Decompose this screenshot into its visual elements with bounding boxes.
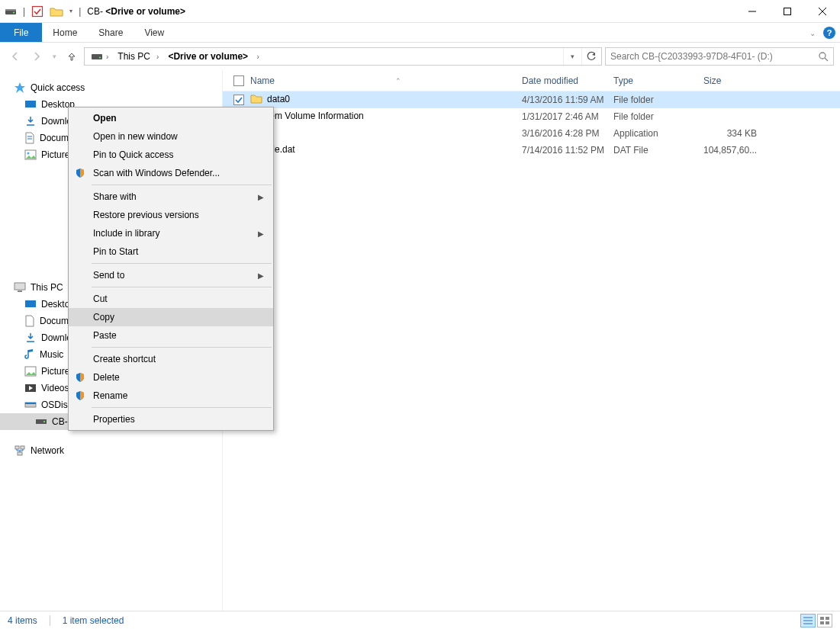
- view-details-button[interactable]: [800, 614, 816, 627]
- tab-home[interactable]: Home: [42, 23, 88, 42]
- file-name: tem Volume Information: [250, 111, 522, 124]
- shield-icon: [73, 372, 87, 383]
- svg-rect-29: [21, 446, 24, 449]
- status-item-count: 4 items: [8, 615, 37, 626]
- file-type: File folder: [613, 95, 703, 105]
- nav-forward-button[interactable]: [27, 47, 46, 66]
- shield-icon: [73, 390, 87, 401]
- qat-separator-2: |: [79, 6, 81, 17]
- column-date[interactable]: Date modified: [522, 70, 613, 91]
- music-icon: [24, 348, 35, 361]
- tab-share[interactable]: Share: [88, 23, 134, 42]
- ctx-copy[interactable]: Copy: [69, 308, 273, 326]
- search-box[interactable]: Search CB-{C2033993-97D8-4F01- (D:): [605, 47, 834, 66]
- ctx-defender[interactable]: Scan with Windows Defender...: [69, 164, 273, 182]
- ctx-paste[interactable]: Paste: [69, 326, 273, 345]
- drive-icon: [35, 417, 47, 426]
- svg-point-10: [819, 53, 826, 59]
- svg-line-11: [825, 58, 828, 61]
- ctx-pin-quick[interactable]: Pin to Quick access: [69, 146, 273, 164]
- ctx-pin-start[interactable]: Pin to Start: [69, 242, 273, 261]
- ctx-cut[interactable]: Cut: [69, 290, 273, 308]
- svg-point-17: [27, 152, 30, 155]
- breadcrumb-drive[interactable]: <Drive or volume> ›: [163, 48, 263, 65]
- nav-quick-access[interactable]: Quick access: [14, 79, 222, 96]
- column-type[interactable]: Type: [613, 70, 703, 91]
- help-icon[interactable]: ?: [823, 27, 835, 39]
- nav-network[interactable]: Network: [14, 442, 222, 459]
- ctx-share-with[interactable]: Share with▶: [69, 188, 273, 206]
- status-bar: 4 items 1 item selected: [0, 611, 840, 629]
- ribbon-tabs: File Home Share View ⌄ ?: [0, 23, 840, 43]
- file-list-pane: Name⌃ Date modified Type Size data04/13/…: [223, 70, 840, 611]
- column-size[interactable]: Size: [703, 70, 764, 91]
- file-name: [250, 127, 522, 141]
- ctx-open-new-window[interactable]: Open in new window: [69, 127, 273, 146]
- file-size: 104,857,60...: [703, 145, 764, 156]
- svg-rect-18: [14, 283, 25, 290]
- desktop-icon: [24, 300, 37, 309]
- minimize-button[interactable]: [735, 0, 770, 23]
- videos-icon: [24, 383, 37, 393]
- svg-rect-12: [25, 101, 36, 108]
- drive-icon: [5, 6, 17, 17]
- svg-rect-30: [18, 452, 22, 455]
- status-divider: [50, 615, 50, 626]
- row-checkbox[interactable]: [233, 95, 244, 105]
- nav-recent-dropdown[interactable]: ▾: [49, 47, 60, 66]
- close-button[interactable]: [805, 0, 840, 23]
- shield-icon: [73, 168, 87, 178]
- file-row[interactable]: tem Volume Information1/31/2017 2:46 AMF…: [223, 108, 840, 125]
- select-all-checkbox[interactable]: [233, 75, 244, 86]
- svg-point-2: [13, 11, 14, 13]
- svg-rect-28: [15, 446, 19, 449]
- drive-icon: [24, 400, 37, 409]
- qat-dropdown-icon[interactable]: ▾: [69, 8, 72, 14]
- ctx-open[interactable]: Open: [69, 109, 273, 127]
- pictures-icon: [24, 366, 37, 377]
- svg-rect-36: [820, 617, 824, 620]
- address-bar[interactable]: › This PC› <Drive or volume> › ▾: [84, 47, 602, 66]
- ctx-create-shortcut[interactable]: Create shortcut: [69, 350, 273, 368]
- file-type: DAT File: [613, 145, 703, 156]
- ctx-delete[interactable]: Delete: [69, 368, 273, 387]
- chevron-right-icon: ▶: [258, 229, 264, 238]
- svg-rect-8: [92, 54, 102, 59]
- column-name[interactable]: Name⌃: [250, 70, 522, 91]
- view-icons-button[interactable]: [817, 614, 832, 627]
- file-row[interactable]: 3/16/2016 4:28 PMApplication334 KB: [223, 125, 840, 142]
- qat-separator: |: [23, 6, 25, 17]
- address-row: ▾ › This PC› <Drive or volume> › ▾ Searc…: [0, 43, 840, 70]
- ctx-restore[interactable]: Restore previous versions: [69, 206, 273, 224]
- qat-folder-icon[interactable]: [50, 6, 63, 17]
- file-row[interactable]: tfile.dat7/14/2016 11:52 PMDAT File104,8…: [223, 142, 840, 159]
- svg-point-9: [99, 57, 101, 59]
- file-row[interactable]: data04/13/2016 11:59 AMFile folder: [223, 91, 840, 108]
- ctx-send-to[interactable]: Send to▶: [69, 266, 273, 284]
- breadcrumb-root-icon[interactable]: ›: [86, 48, 113, 65]
- tab-view[interactable]: View: [134, 23, 175, 42]
- ctx-include-library[interactable]: Include in library▶: [69, 224, 273, 242]
- breadcrumb-this-pc[interactable]: This PC›: [113, 48, 163, 65]
- tab-file[interactable]: File: [0, 23, 42, 42]
- search-placeholder: Search CB-{C2033993-97D8-4F01- (D:): [610, 51, 773, 62]
- svg-rect-25: [25, 403, 36, 404]
- window-title: CB- <Drive or volume>: [87, 6, 185, 17]
- search-icon[interactable]: [818, 51, 829, 62]
- refresh-button[interactable]: [581, 48, 600, 65]
- svg-rect-38: [820, 621, 824, 624]
- ctx-properties[interactable]: Properties: [69, 410, 273, 428]
- nav-back-button[interactable]: [6, 47, 24, 66]
- pictures-icon: [24, 149, 37, 160]
- qat-checkbox-icon[interactable]: [31, 5, 43, 18]
- column-headers[interactable]: Name⌃ Date modified Type Size: [223, 70, 840, 91]
- svg-rect-20: [25, 300, 36, 307]
- star-icon: [14, 82, 26, 94]
- nav-up-button[interactable]: [63, 47, 81, 66]
- context-menu: Open Open in new window Pin to Quick acc…: [68, 107, 274, 431]
- address-history-dropdown[interactable]: ▾: [563, 48, 581, 65]
- svg-rect-3: [33, 6, 43, 16]
- ribbon-expand-icon[interactable]: ⌄: [809, 29, 816, 37]
- maximize-button[interactable]: [770, 0, 805, 23]
- ctx-rename[interactable]: Rename: [69, 387, 273, 405]
